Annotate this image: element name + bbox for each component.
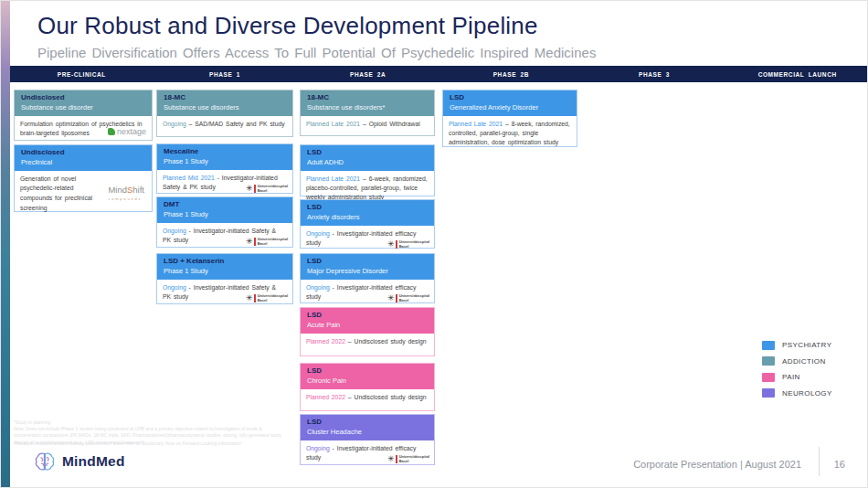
universitatsspital-basel-logo: ✳ UniversitätsspitalBasel [387,293,429,302]
card-indication: Substance use disorders* [307,103,428,112]
card-detail: – Undisclosed study design [345,338,427,345]
card-drug: LSD [450,93,570,103]
card-status: Planned 2022 [306,394,345,400]
nextage-logo: nextage [108,125,146,138]
card-drug: Mescaline [164,147,286,157]
pipeline-card-18mc-phase2a: 18-MC Substance use disorders* Planned L… [300,90,435,136]
pipeline-card-lsd-anxiety: LSD Anxiety disorders Ongoing - Investig… [300,199,435,249]
pipeline-card-lsd-ketanserin: LSD + Ketanserin Phase 1 Study Ongoing -… [156,253,293,304]
pipeline-card-lsd-gad: LSD Generalized Anxiety Disorder Planned… [442,90,577,147]
card-drug: Undisclosed [21,93,145,103]
pipeline-card-lsd-chronic-pain: LSD Chronic Pain Planned 2022 – Undisclo… [300,363,435,411]
legend-swatch-addiction [762,356,775,366]
legend-swatch-psychiatry [762,341,775,350]
card-status: Ongoing [163,228,186,234]
legend-item-neurology: NEUROLOGY [762,386,832,402]
phase-label-phase3: PHASE 3 [583,66,726,82]
page-title: Our Robust and Diverse Development Pipel… [37,12,538,40]
card-indication: Adult ADHD [307,158,428,167]
card-indication: Substance use disorder [21,103,145,112]
pipeline-card-undisclosed-sud: Undisclosed Substance use disorder Formu… [14,90,153,141]
card-drug: LSD + Ketanserin [164,257,286,267]
universitatsspital-basel-logo: ✳ UniversitätsspitalBasel [246,184,288,193]
card-indication: Phase 1 Study [164,157,286,166]
legend-item-addiction: ADDICTION [762,354,832,370]
phase-label-preclinical: PRE-CLINICAL [10,66,153,82]
card-drug: LSD [307,418,428,428]
card-status: Planned Late 2021 [306,175,360,182]
card-status: Planned Mid 2021 [163,175,215,181]
card-status: Ongoing [306,230,330,237]
left-accent-strip [1,1,10,488]
uhb-mark-icon: ✳ [387,240,395,249]
pipeline-card-18mc-phase1: 18-MC Substance use disorders Ongoing – … [156,90,293,137]
universitatsspital-basel-logo: ✳ UniversitätsspitalBasel [246,237,288,246]
card-drug: 18-MC [164,93,286,103]
card-status: Ongoing [163,284,186,291]
card-indication: Major Depressive Disorder [307,267,428,276]
card-indication: Anxiety disorders [307,213,428,222]
category-legend: PSYCHIATRY ADDICTION PAIN NEUROLOGY [762,337,832,401]
card-drug: LSD [307,148,428,158]
phase-header-bar: PRE-CLINICAL PHASE 1 PHASE 2A PHASE 2B P… [10,66,868,82]
pipeline-card-mescaline: Mescaline Phase 1 Study Planned Mid 2021… [156,143,293,194]
card-drug: LSD [307,311,428,321]
pipeline-card-undisclosed-preclinical: Undisclosed Preclinical Generation of no… [14,144,153,212]
card-indication: Chronic Pain [307,377,428,386]
card-drug: LSD [307,257,428,267]
card-status: Planned Late 2021 [449,121,503,127]
nextage-leaf-icon [108,128,115,135]
mindshift-logo: MindShift compounds [108,186,146,202]
legend-item-pain: PAIN [762,369,832,386]
card-status: Planned Late 2021 [306,121,360,127]
card-status: Ongoing [306,284,330,291]
footnote-forward-looking: This deck includes forward-looking state… [14,440,288,447]
uhb-mark-icon: ✳ [246,185,253,193]
page-divider [819,447,820,476]
card-drug: LSD [307,366,428,377]
card-indication: Acute Pain [307,321,428,330]
card-drug: 18-MC [307,93,428,103]
card-status: Ongoing [163,121,186,127]
card-indication: Substance use disorders [164,103,286,112]
card-drug: DMT [164,200,286,210]
brand-wordmark: MindMed [62,453,125,470]
mindmed-logo: MindMed [34,451,125,472]
page-number: 16 [834,459,845,470]
phase-label-phase2a: PHASE 2A [296,66,439,82]
card-detail: – Opioid Withdrawal [360,121,420,127]
slide: Our Robust and Diverse Development Pipel… [0,0,868,488]
phase-label-commercial: COMMERCIAL LAUNCH [725,66,868,82]
pipeline-card-lsd-adhd: LSD Adult ADHD Planned Late 2021 – 6-wee… [300,144,435,196]
legend-item-psychiatry: PSYCHIATRY [762,337,832,354]
legend-swatch-neurology [762,388,775,398]
card-indication: Phase 1 Study [164,267,286,276]
uhb-mark-icon: ✳ [246,238,253,246]
card-indication: Generalized Anxiety Disorder [450,103,570,112]
brain-icon [34,451,56,472]
card-status: Planned 2022 [306,338,345,345]
card-indication: Preclinical [21,158,145,167]
phase-label-phase2b: PHASE 2B [439,66,583,82]
uhb-mark-icon: ✳ [246,294,253,302]
uhb-mark-icon: ✳ [387,455,395,463]
card-indication: Phase 1 Study [164,210,286,219]
pipeline-card-lsd-acute-pain: LSD Acute Pain Planned 2022 – Undisclose… [300,307,435,356]
pipeline-card-lsd-cluster-headache: LSD Cluster Headache Ongoing - Investiga… [300,414,435,465]
card-detail: – SAD/MAD Safety and PK study [186,121,285,127]
uhb-mark-icon: ✳ [387,294,395,302]
card-status: Ongoing [306,445,330,451]
footer-caption: Corporate Presentation | August 2021 [633,459,801,470]
pipeline-card-dmt: DMT Phase 1 Study Ongoing - Investigator… [156,196,293,248]
page-subtitle: Pipeline Diversification Offers Access T… [37,45,596,60]
pipeline-card-lsd-mdd: LSD Major Depressive Disorder Ongoing - … [300,253,435,303]
card-drug: Undisclosed [21,148,145,158]
legend-swatch-pain [762,373,775,382]
card-indication: Cluster Headache [307,428,428,437]
card-detail: – Undisclosed study design [345,394,427,400]
card-detail: Generation of novel psychedelic-related … [20,175,104,215]
card-drug: LSD [307,203,428,213]
universitatsspital-basel-logo: ✳ UniversitätsspitalBasel [387,239,429,249]
phase-label-phase1: PHASE 1 [153,66,297,82]
universitatsspital-basel-logo: ✳ UniversitätsspitalBasel [387,454,429,463]
